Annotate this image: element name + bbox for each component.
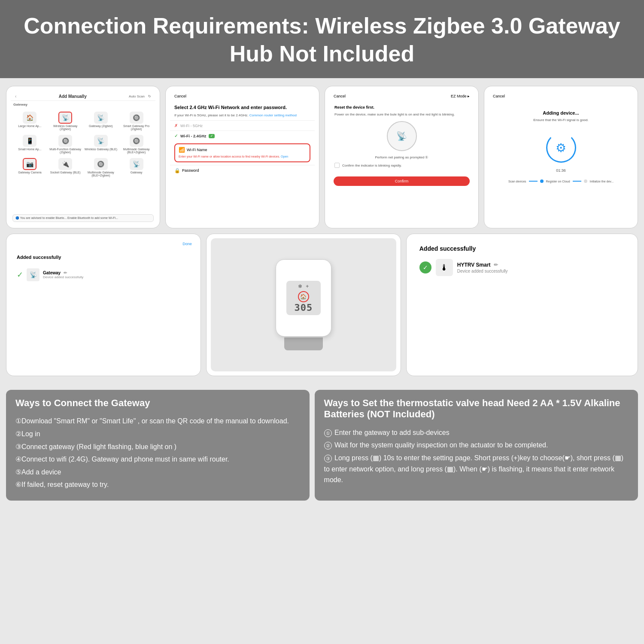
s1-multimode-gateway2[interactable]: 🔘 Multimode Gateway (BLE+Zigbee) (84, 156, 118, 179)
s2-common-link[interactable]: Common router setting method (249, 113, 297, 117)
password-row[interactable]: 🔒 Password (170, 165, 315, 176)
s3-sub: Power on the device, make sure the bule … (334, 112, 469, 117)
s1-socket-gateway-icon: 🔌 (58, 158, 72, 170)
s7-edit-icon[interactable]: ✏ (494, 262, 498, 268)
s1-bluetooth-text: 🔵 You are advised to enable Blueto... En… (15, 216, 118, 219)
device-top-icons: ❄ + (298, 283, 309, 289)
wifi-error-text: Enter your Wi-Fi name or allow location … (179, 155, 306, 158)
gateway-step-1: ①Download "Smart RM" or "Smart Life" , o… (15, 416, 300, 427)
s3-prompt: Perform net pairing as prompted ① (334, 155, 469, 159)
s1-refresh-icon[interactable]: ↻ (148, 94, 151, 98)
s1-gateway-plain-label: Gateway (131, 171, 143, 174)
wifi-input-area[interactable]: 📶 Wi-Fi Name Enter your Wi-Fi name or al… (174, 143, 310, 162)
wifi-option-5g[interactable]: ✗ Wi-Fi - 5GHz (170, 120, 315, 131)
wifi-open-link[interactable]: Open (281, 155, 288, 158)
s1-gateway-camera[interactable]: 📷 Gateway Camera (12, 156, 47, 179)
phone-screen-2: Cancel Select 2.4 GHz Wi-Fi Network and … (170, 91, 315, 224)
s1-multimade-gateway-label: Multimade Gateway (BLE+Zigbee) (120, 148, 153, 154)
s5-done-btn[interactable]: Done (182, 242, 192, 246)
s1-multimade-gateway[interactable]: 🔘 Multimade Gateway (BLE+Zigbee) (119, 133, 154, 155)
s3-confirm-btn[interactable]: Confirm (334, 176, 470, 186)
s1-gateway-plain-icon: 📡 (130, 158, 143, 170)
s1-wireless-gateway-label: Wireless Gateway (Zigbee) (49, 125, 82, 131)
gateway-section-title: Ways to Connect the Gateway (15, 398, 300, 409)
page-header: Connection Requirements: Wireless Zigbee… (0, 0, 644, 78)
s1-wireless-ble-icon: 📡 (94, 135, 108, 147)
circle-num-1: ① (324, 429, 332, 437)
wifi-x-icon: ✗ (174, 123, 178, 128)
s1-auto-scan[interactable]: Auto Scan (129, 94, 145, 98)
screenshot-section: ‹ Add Manually Auto Scan ↻ Gateway 🏠 Lar… (0, 78, 644, 386)
phone-screen-7: Added successfully ✓ 🌡 HYTRV Smart ✏ Dev… (411, 238, 633, 371)
valve-section-body: ① Enter the gateway to add sub-devices ②… (324, 427, 629, 486)
bottom-right-panel: Ways to Set the thermostatic valve head … (315, 390, 638, 501)
s4-step-line-2 (573, 181, 581, 182)
s3-body: Reset the device first. Power on the dev… (329, 102, 474, 175)
screen-wifi-selection: Cancel Select 2.4 GHz Wi-Fi Network and … (165, 86, 319, 228)
s1-multifunction-gateway[interactable]: 🔘 Multi-Function Gateway (Zigbee) (48, 133, 83, 155)
screen-gateway-added: Done Added successfully ✓ 📡 Gateway ✏ De… (6, 234, 201, 376)
s5-title: Added successfully (17, 255, 190, 260)
s4-step1-label: Scan devices (508, 180, 526, 183)
s3-checkbox[interactable] (334, 163, 340, 168)
wifi-check-icon: ✓ (174, 134, 178, 138)
s1-gateway-plain[interactable]: 📡 Gateway (119, 156, 154, 179)
valve-step-1: ① Enter the gateway to add sub-devices (324, 427, 629, 438)
gateway-step-4: ④Connect to wifi (2.4G). Gateway and pho… (15, 454, 300, 465)
s1-gateway-camera-icon: 📷 (23, 158, 36, 170)
s1-header: ‹ Add Manually Auto Scan ↻ (11, 91, 155, 101)
wifi-24-badge: ✓ (209, 134, 215, 138)
s4-header: Cancel (489, 91, 633, 102)
valve-step-3: ③ Long press (▦) 10s to enter the settin… (324, 453, 629, 486)
wifi-24-label: Wi-Fi - 2.4GHz (180, 134, 206, 138)
s1-bluetooth-notice[interactable]: 🔵 You are advised to enable Blueto... En… (12, 214, 154, 222)
s1-smart-gateway-pro-icon: 🔘 (130, 112, 143, 124)
gateway-step-3: ③Connect gateway (Red light flashing, bl… (15, 441, 300, 453)
s5-device-sub: Device added successfully (43, 275, 83, 279)
gateway-step-5: ⑤Add a device (15, 467, 300, 478)
s2-cancel-btn[interactable]: Cancel (174, 94, 186, 98)
s5-gateway-icon: 📡 (27, 268, 39, 281)
s5-edit-icon[interactable]: ✏ (64, 270, 67, 275)
s4-step-dot-2 (540, 179, 544, 183)
s4-step2-label: Register on Cloud (546, 180, 570, 183)
s3-header: Cancel EZ Mode ▸ (329, 91, 474, 102)
s1-gateway-zigbee[interactable]: 📡 Gateway (Zigbee) (84, 110, 118, 132)
s1-multimade-gateway-icon: 🔘 (130, 135, 143, 147)
wifi-option-24[interactable]: ✓ Wi-Fi - 2.4GHz ✓ (170, 131, 315, 141)
s1-wireless-ble[interactable]: 📡 Wireless Gateway (BLE) (84, 133, 118, 155)
screen-add-manually: ‹ Add Manually Auto Scan ↻ Gateway 🏠 Lar… (6, 86, 160, 228)
s1-socket-gateway[interactable]: 🔌 Socket Gateway (BLE) (48, 156, 83, 179)
s7-body: Added successfully ✓ 🌡 HYTRV Smart ✏ Dev… (411, 238, 633, 283)
page-title: Connection Requirements: Wireless Zigbee… (17, 12, 627, 68)
s1-back-icon[interactable]: ‹ (15, 94, 16, 99)
s1-multifunction-gateway-label: Multi-Function Gateway (Zigbee) (49, 148, 82, 154)
s3-cancel-btn[interactable]: Cancel (334, 94, 346, 98)
s1-multifunction-gateway-icon: 🔘 (58, 135, 72, 147)
s7-device-sub: Device added successfully (457, 269, 508, 273)
s1-tabs: Auto Scan ↻ (129, 94, 151, 98)
s4-gear-ring: ⚙ (546, 133, 576, 163)
s5-device-name: Gateway ✏ (43, 270, 83, 275)
gateway-step-6: ⑥If failed, reset gateway to try. (15, 479, 300, 490)
screen-reset-device: Cancel EZ Mode ▸ Reset the device first.… (325, 86, 479, 228)
s4-steps: Scan devices Register on Cloud Initializ… (508, 179, 614, 183)
s4-gear-container: ⚙ (544, 131, 578, 165)
s5-gateway-item: ✓ 📡 Gateway ✏ Device added successfully (17, 265, 190, 285)
s1-gateway-zigbee-icon: 📡 (94, 112, 108, 124)
s1-smart-gateway-pro-label: Smart Gateway Pro (Zigbee) (120, 125, 153, 131)
circle-num-2: ② (324, 442, 332, 450)
s1-wireless-gateway[interactable]: 📡 Wireless Gateway (Zigbee) (48, 110, 83, 132)
s1-smart-gateway-pro[interactable]: 🔘 Smart Gateway Pro (Zigbee) (119, 110, 154, 132)
s5-device-info: Gateway ✏ Device added successfully (43, 270, 83, 279)
s1-socket-gateway-label: Socket Gateway (BLE) (50, 171, 81, 174)
screen-trv-added: Added successfully ✓ 🌡 HYTRV Smart ✏ Dev… (406, 234, 638, 376)
bottom-left-panel: Ways to Connect the Gateway ①Download "S… (6, 390, 310, 501)
s1-title: Add Manually (59, 94, 87, 99)
s3-check-row: Confirm the indicator is blinking rapidl… (334, 163, 469, 168)
s4-cancel-btn[interactable]: Cancel (493, 94, 505, 98)
s3-mode-label[interactable]: EZ Mode ▸ (451, 94, 470, 98)
bottom-section: Ways to Connect the Gateway ①Download "S… (0, 386, 644, 508)
s3-device-circle-container: 📡 (334, 121, 469, 151)
s3-instruction: Reset the device first. (334, 105, 469, 109)
